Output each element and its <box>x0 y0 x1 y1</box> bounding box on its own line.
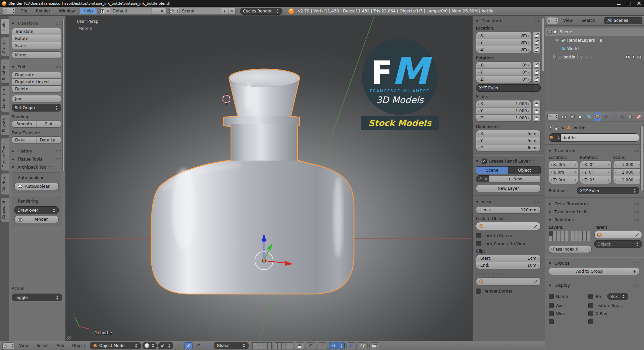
scale-z-field[interactable]: Z:1.000 <box>476 114 531 122</box>
display-header[interactable]: ▼ Display <box>549 283 639 288</box>
properties-context-button[interactable] <box>547 113 558 120</box>
display-name-checkbox[interactable] <box>549 294 554 299</box>
display-bounds-checkbox[interactable] <box>588 294 593 299</box>
lock-to-object-field[interactable] <box>476 222 541 230</box>
tab-scene[interactable] <box>577 113 585 121</box>
history-panel-header[interactable]: ▶ History <box>12 148 61 154</box>
panel-grip-icon[interactable] <box>634 203 639 205</box>
pivot-point-dropdown[interactable] <box>158 342 173 349</box>
grease-pencil-checkbox[interactable]: ✓ <box>482 159 487 164</box>
rotation-mode-dropdown[interactable]: XYZ Euler <box>476 84 541 92</box>
screen-layout-icon-button[interactable] <box>100 8 110 15</box>
lock-scale-z-button[interactable] <box>533 114 541 122</box>
tab-render-layers[interactable] <box>569 113 577 121</box>
tab-window[interactable]: Window <box>1 173 9 195</box>
viewport-menu-view[interactable]: View <box>16 343 32 348</box>
pr-transform-header[interactable]: ▼ Transform <box>549 148 639 153</box>
panel-grip-icon[interactable] <box>56 22 61 25</box>
relations-header[interactable]: ▼ Relations <box>549 217 639 222</box>
translate-manipulator-button[interactable] <box>184 342 193 349</box>
clip-start-field[interactable]: Start:1cm <box>476 255 541 262</box>
viewport-menu-add[interactable]: Add <box>54 343 67 348</box>
panel-grip-icon[interactable] <box>634 284 639 287</box>
tab-texture[interactable] <box>635 113 643 121</box>
np-grease-pencil-header[interactable]: ▼ ✓ Grease Pencil Layer <box>476 159 541 164</box>
panel-grip-icon[interactable] <box>56 65 61 68</box>
snap-target-button[interactable] <box>346 342 356 349</box>
lock-rotation-z-button[interactable] <box>533 76 541 83</box>
pr-location-x[interactable]: X: 0m <box>549 161 578 169</box>
tab-grease-pencil[interactable]: Grease Pencil <box>1 138 9 171</box>
autoboolean-button[interactable]: AutoBoolean <box>14 183 59 190</box>
shade-smooth-button[interactable]: Smooth <box>12 120 37 128</box>
archipack-panel-header[interactable]: ▼ Archipack Tool <box>12 165 61 170</box>
lock-to-cursor-checkbox[interactable] <box>476 233 481 238</box>
tab-physics[interactable]: Physics <box>1 115 9 136</box>
outliner-display-mode-button[interactable] <box>547 17 558 24</box>
delete-screen-layout-button[interactable]: ✕ <box>159 8 166 15</box>
delete-button[interactable]: Delete <box>12 85 61 93</box>
panel-grip-icon[interactable] <box>48 166 53 169</box>
render-border-checkbox[interactable] <box>476 289 481 294</box>
layer-cell-active[interactable] <box>549 231 552 236</box>
viewport-shading-dropdown[interactable] <box>143 342 157 349</box>
layers-grid-right[interactable] <box>571 231 590 241</box>
np-transform-header[interactable]: ▼ Transform <box>476 18 541 23</box>
menu-render[interactable]: Render <box>32 9 54 13</box>
expand-icon[interactable]: + <box>555 38 559 42</box>
np-view-header[interactable]: ▼ View <box>476 199 541 204</box>
proportional-edit-dropdown[interactable] <box>306 342 316 349</box>
viewport-3d[interactable]: z User Persp Meters (1) bottle F M FRANC… <box>66 16 545 341</box>
translate-button[interactable]: Translate <box>12 28 61 35</box>
outliner-menu-search[interactable]: Search <box>578 18 599 23</box>
lock-location-x-button[interactable] <box>533 32 541 39</box>
maximize-button[interactable] <box>624 0 634 7</box>
tab-relations[interactable]: Relations <box>1 59 9 84</box>
gp-new-layer-button[interactable]: New Layer <box>476 185 541 192</box>
editor-type-info-button[interactable] <box>3 8 15 15</box>
snap-toggle-button[interactable] <box>318 342 327 349</box>
panel-grip-icon[interactable] <box>56 150 61 152</box>
add-scene-button[interactable]: + <box>221 8 228 15</box>
redo-operator-dropdown[interactable]: Toggle <box>12 294 62 301</box>
outliner-row-scene[interactable]: − Scene <box>545 28 644 36</box>
renderability-camera-icon[interactable] <box>637 55 642 59</box>
visibility-eye-icon[interactable] <box>625 55 630 59</box>
transform-locks-header[interactable]: ▶ Transform Locks <box>549 209 639 214</box>
object-name-input[interactable]: bottle <box>561 133 639 142</box>
rotate-manipulator-button[interactable] <box>194 342 202 349</box>
active-layer-cell[interactable] <box>253 343 256 346</box>
rotation-x-field[interactable]: X:0° <box>476 61 531 69</box>
n-panel-scrollbar[interactable] <box>542 18 544 72</box>
draw-over-dropdown[interactable]: Draw over <box>14 206 59 214</box>
data-layout-button[interactable]: Data La <box>37 136 62 144</box>
scale-x-field[interactable]: X:1.000 <box>476 100 531 107</box>
pr-rotation-z[interactable]: Z: 0° <box>580 176 611 184</box>
lock-location-z-button[interactable] <box>533 46 541 53</box>
tab-modifiers[interactable] <box>610 113 618 121</box>
properties-scrollbar[interactable] <box>640 126 643 191</box>
expand-icon[interactable]: + <box>552 55 556 59</box>
location-z-field[interactable]: Z:0m <box>476 46 531 53</box>
selectability-cursor-icon[interactable] <box>632 55 635 59</box>
add-screen-layout-button[interactable]: + <box>152 8 159 15</box>
panel-grip-icon[interactable] <box>634 211 639 213</box>
breadcrumb-object-name[interactable]: bottle <box>574 126 585 130</box>
layers-grid-left[interactable] <box>252 342 272 349</box>
render-engine-dropdown[interactable]: Cycles Render <box>240 8 282 15</box>
outliner-menu-view[interactable]: View <box>559 18 576 23</box>
tab-graswald[interactable]: Graswald <box>1 198 9 222</box>
edit-panel-header[interactable]: ▼ Edit <box>12 64 61 69</box>
tissue-tools-panel-header[interactable]: ▶ Tissue Tools <box>12 157 61 162</box>
scale-manipulator-button[interactable] <box>204 342 212 349</box>
pr-rotation-mode-dropdown[interactable]: XYZ Euler <box>577 187 639 194</box>
minimize-button[interactable] <box>614 0 624 7</box>
parent-type-dropdown[interactable]: Object <box>594 240 642 248</box>
screen-layout-name-field[interactable]: Default <box>110 8 152 15</box>
pr-location-y[interactable]: Y: 0m <box>549 168 578 176</box>
close-button[interactable] <box>634 0 644 7</box>
data-button[interactable]: Data <box>12 136 37 144</box>
clip-end-field[interactable]: End:10m <box>476 262 541 269</box>
panel-grip-icon[interactable] <box>56 158 61 161</box>
tab-object[interactable] <box>594 113 601 121</box>
